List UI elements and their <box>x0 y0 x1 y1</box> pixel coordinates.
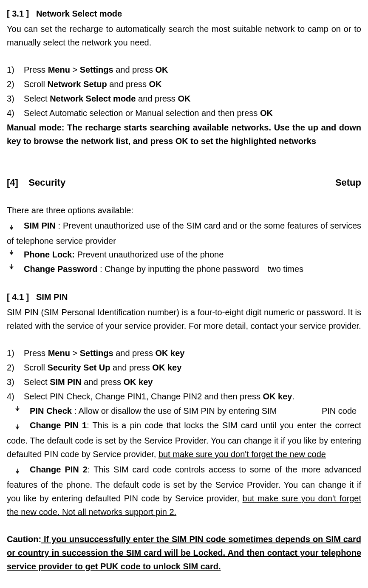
bullet-text: PIN Check : Allow or disallow the use of… <box>30 404 361 418</box>
step: 1) Press Menu > Settings and press OK <box>7 63 361 76</box>
svg-marker-4 <box>16 428 19 430</box>
arrow-down-icon <box>13 463 30 478</box>
heading-num: [ 4.1 ] <box>7 292 29 302</box>
step-num: 4) <box>7 390 24 403</box>
bullet-block: SIM PIN : Prevent unauthorized use of th… <box>7 219 361 248</box>
heading-left: [4] Security <box>7 175 65 190</box>
svg-marker-5 <box>16 472 19 474</box>
heading-text: SIM PIN <box>36 292 68 302</box>
step-num: 2) <box>7 77 24 91</box>
bullet-item-pin1: Change PIN 1: This is a pin code that lo… <box>7 418 361 461</box>
bullet-item: PIN Check : Allow or disallow the use of… <box>7 404 361 418</box>
step-text: Select PIN Check, Change PIN1, Change PI… <box>24 390 361 403</box>
intro-3-1: You can set the recharge to automaticall… <box>7 22 361 49</box>
arrow-down-icon <box>7 219 24 234</box>
step-text: Press Menu > Settings and press OK key <box>24 346 361 360</box>
arrow-down-icon <box>13 418 30 434</box>
step-text: Scroll Network Setup and press OK <box>24 77 361 91</box>
manual-note: Manual mode: The recharge starts searchi… <box>7 121 361 148</box>
heading-4-1: [ 4.1 ] SIM PIN <box>7 290 361 304</box>
step-num: 2) <box>7 361 24 374</box>
heading-4: [4] Security Setup <box>7 175 361 190</box>
spacer <box>7 150 361 161</box>
step: 3) Select SIM PIN and press OK key <box>7 375 361 389</box>
bullet-text: Change Password : Change by inputting th… <box>24 262 361 276</box>
arrow-down-icon <box>13 404 30 418</box>
step: 1) Press Menu > Settings and press OK ke… <box>7 346 361 360</box>
spacer <box>7 161 361 173</box>
caution: Caution: If you unsuccessfully enter the… <box>7 532 361 573</box>
bullet-item: Change Password : Change by inputting th… <box>7 262 361 276</box>
arrow-down-icon <box>7 262 24 276</box>
step-num: 3) <box>7 375 24 389</box>
svg-marker-2 <box>10 268 13 269</box>
step: 4) Select Automatic selection or Manual … <box>7 106 361 120</box>
svg-marker-3 <box>16 410 19 411</box>
step-text: Press Menu > Settings and press OK <box>24 63 361 76</box>
step: 3) Select Network Select mode and press … <box>7 92 361 105</box>
intro-4-1: SIM PIN (SIM Personal Identification num… <box>7 305 361 333</box>
bullet-text: Phone Lock: Prevent unauthorized use of … <box>24 248 361 261</box>
heading-3-1: [ 3.1 ] Network Select mode <box>7 7 361 20</box>
step: 2) Scroll Security Set Up and press OK k… <box>7 361 361 374</box>
spacer <box>7 520 361 532</box>
step-num: 4) <box>7 106 24 120</box>
heading-num: [ 3.1 ] <box>7 9 29 18</box>
step-text: Select SIM PIN and press OK key <box>24 375 361 389</box>
spacer <box>7 51 361 63</box>
step-num: 3) <box>7 92 24 105</box>
bullet-item: Phone Lock: Prevent unauthorized use of … <box>7 248 361 261</box>
bullet-content: SIM PIN : Prevent unauthorized use of th… <box>7 221 361 246</box>
svg-marker-0 <box>10 228 13 230</box>
spacer <box>7 192 361 204</box>
heading-text: Network Select mode <box>36 9 122 18</box>
step: 2) Scroll Network Setup and press OK <box>7 77 361 91</box>
heading-right: Setup <box>335 175 361 190</box>
svg-marker-1 <box>10 253 13 255</box>
step-text: Scroll Security Set Up and press OK key <box>24 361 361 374</box>
step-num: 1) <box>7 346 24 360</box>
step-text: Select Network Select mode and press OK <box>24 92 361 105</box>
step-text: Select Automatic selection or Manual sel… <box>24 106 361 120</box>
step: 4) Select PIN Check, Change PIN1, Change… <box>7 390 361 403</box>
step-num: 1) <box>7 63 24 76</box>
spacer <box>7 575 361 587</box>
bullet-item-pin2: Change PIN 2: This SIM card code control… <box>7 463 361 519</box>
spacer <box>7 334 361 346</box>
intro-4: There are three options available: <box>7 204 361 217</box>
spacer <box>7 277 361 288</box>
arrow-down-icon <box>7 248 24 261</box>
